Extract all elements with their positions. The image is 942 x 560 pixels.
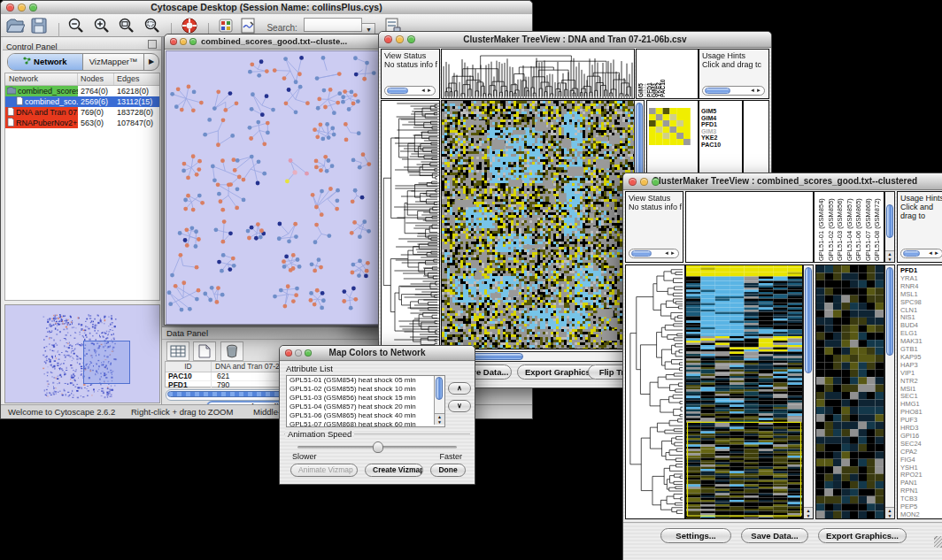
gene-label[interactable]: YSH1 — [900, 464, 918, 472]
zoom-window-button[interactable] — [407, 35, 415, 43]
network-window-titlebar[interactable]: combined_scores_good.txt--cluste... — [165, 35, 383, 50]
column-dendrogram-canvas[interactable] — [442, 50, 634, 98]
annotation-icon[interactable] — [239, 17, 257, 35]
float-panel-icon[interactable] — [148, 40, 157, 49]
zoom-window-button[interactable] — [29, 4, 37, 12]
close-button[interactable] — [170, 38, 177, 45]
network-name-cell[interactable]: RNAPuberNov2+... — [5, 118, 78, 128]
heatmap-vscrollbar[interactable]: ▲▼ — [803, 265, 814, 519]
column-label[interactable]: GPL51-04 (GSM857) — [845, 193, 854, 261]
gene-label[interactable]: PAC10 — [701, 142, 721, 148]
data-col-id[interactable]: ID — [166, 362, 212, 372]
search-input[interactable] — [304, 18, 362, 32]
close-button[interactable] — [384, 35, 392, 43]
move-down-button[interactable]: ∨ — [448, 400, 471, 412]
main-window-titlebar[interactable]: Cytoscape Desktop (Session Name: collins… — [1, 1, 532, 15]
attribute-select-icon[interactable] — [166, 341, 189, 361]
resize-grip[interactable] — [934, 536, 942, 548]
zoom-out-icon[interactable] — [67, 17, 87, 35]
network-name-cell[interactable]: combined_scores — [5, 86, 78, 96]
scroll-arrows-icon[interactable]: ▲▼ — [885, 250, 894, 262]
vizmapper-icon[interactable] — [218, 17, 234, 35]
animate-vizmap-button[interactable]: Animate Vizmap — [290, 464, 358, 477]
birdseye-canvas[interactable] — [5, 305, 159, 403]
treeview-combined-titlebar[interactable]: ClusterMaker TreeView : combined_scores_… — [623, 173, 942, 190]
gene-label[interactable]: YKE2 — [701, 134, 717, 141]
map-dialog-titlebar[interactable]: Map Colors to Network — [280, 346, 475, 361]
scroll-arrows-icon[interactable]: ▲▼ — [885, 507, 894, 518]
scroll-arrows-icon[interactable]: ◄► — [928, 249, 940, 257]
attribute-list-item[interactable]: GPL51-06 (GSM865) heat shock 40 min — [287, 411, 432, 420]
gene-label[interactable]: GIM5 — [701, 108, 716, 114]
gene-label[interactable]: YRA1 — [900, 274, 918, 282]
attribute-list-item[interactable]: GPL51-03 (GSM856) heat shock 15 min — [287, 394, 432, 403]
delete-attribute-icon[interactable] — [220, 341, 243, 361]
gene-label[interactable]: NTR2 — [900, 377, 918, 385]
zoom-heatmap-vscrollbar[interactable]: ▲▼ — [884, 265, 895, 519]
column-labels-vscrollbar[interactable]: ▲▼ — [884, 191, 895, 263]
zoom-window-button[interactable] — [652, 178, 660, 186]
gene-label[interactable]: FIG4 — [900, 456, 915, 464]
settings-button[interactable]: Settings... — [660, 528, 731, 543]
close-button[interactable] — [629, 178, 637, 186]
zoom-heatmap-canvas[interactable] — [816, 265, 884, 518]
network-table-row[interactable]: RNAPuberNov2+...563(0)107847(0) — [5, 118, 159, 128]
scroll-arrows-icon[interactable]: ◄► — [421, 87, 433, 95]
gene-label[interactable]: SEC1 — [900, 392, 918, 400]
network-table-row[interactable]: combined_sco...2569(6)13112(15) — [5, 96, 159, 107]
gene-label[interactable]: SPC98 — [900, 298, 922, 306]
gene-label[interactable]: RNR4 — [900, 282, 918, 290]
treeview-dna-titlebar[interactable]: ClusterMaker TreeView : DNA and Tran 07-… — [379, 32, 771, 48]
create-vizmap-button[interactable]: Create Vizmap — [365, 464, 423, 477]
network-canvas[interactable] — [166, 50, 382, 325]
gene-label[interactable]: RPN1 — [900, 487, 918, 495]
save-data-button[interactable]: Save Data... — [741, 528, 808, 543]
gene-label[interactable]: NIS1 — [900, 313, 915, 321]
attribute-list-vscrollbar[interactable]: ▲▼ — [434, 376, 444, 425]
view-status-scrollbar[interactable]: ◄► — [629, 249, 679, 258]
scroll-arrows-icon[interactable]: ◄► — [664, 249, 676, 257]
usage-hints-scrollbar[interactable]: ◄► — [702, 86, 765, 96]
gene-label[interactable]: PFD1 — [701, 121, 717, 127]
gene-label[interactable]: BUD4 — [900, 321, 918, 329]
gene-label[interactable]: HMG1 — [900, 400, 920, 408]
minimize-button[interactable] — [180, 38, 187, 45]
done-button[interactable]: Done — [430, 464, 466, 477]
attribute-list-item[interactable]: GPL51-04 (GSM857) heat shock 20 min — [287, 403, 432, 411]
network-table-row[interactable]: combined_scores2764(0)16218(0) — [5, 86, 159, 96]
gene-label[interactable]: CLN1 — [900, 306, 917, 314]
gene-label[interactable]: HRD3 — [900, 424, 918, 432]
gene-label[interactable]: MAK31 — [900, 337, 923, 345]
heatmap-canvas[interactable] — [442, 101, 634, 349]
heatmap-canvas[interactable] — [686, 265, 802, 518]
gene-label[interactable]: PEP5 — [900, 502, 917, 510]
network-name-cell[interactable]: DNA and Tran 07... — [5, 107, 78, 118]
gene-label[interactable]: GIM3 — [701, 128, 716, 134]
tab-network[interactable]: Network — [8, 54, 83, 70]
network-name-cell[interactable]: combined_sco... — [5, 96, 78, 107]
zoom-window-button[interactable] — [305, 349, 312, 357]
column-label[interactable]: GPL51-02 (GSM855) — [827, 193, 836, 261]
save-icon[interactable] — [30, 17, 50, 35]
close-button[interactable] — [6, 4, 14, 12]
gene-label[interactable]: PUF3 — [900, 416, 917, 424]
move-up-button[interactable]: ∧ — [448, 382, 471, 395]
zoom-in-icon[interactable] — [93, 17, 112, 35]
animation-speed-slider[interactable] — [297, 446, 457, 449]
zoom-selected-icon[interactable] — [143, 17, 163, 35]
column-label[interactable]: GPL51-07 (GSM868) — [864, 193, 873, 261]
gene-label[interactable]: HAP3 — [900, 361, 918, 369]
scroll-arrows-icon[interactable]: ◄► — [750, 87, 762, 95]
attribute-list-item[interactable]: GPL51-02 (GSM855) heat shock 10 min — [287, 385, 432, 394]
minimize-button[interactable] — [295, 349, 302, 357]
scroll-arrows-icon[interactable]: ▲▼ — [804, 507, 813, 518]
gene-label[interactable]: PHO81 — [900, 408, 923, 416]
gene-label[interactable]: GPI16 — [900, 432, 919, 440]
gene-label[interactable]: PFD1 — [900, 266, 917, 274]
row-dendrogram-canvas[interactable] — [382, 101, 439, 349]
open-file-icon[interactable] — [5, 17, 25, 35]
network-table-row[interactable]: DNA and Tran 07...769(0)183728(0) — [5, 107, 159, 118]
attribute-list-item[interactable]: GPL51-07 (GSM868) heat shock 60 min — [287, 420, 432, 427]
gene-label[interactable]: PAN1 — [900, 479, 917, 487]
minimize-button[interactable] — [396, 35, 404, 43]
